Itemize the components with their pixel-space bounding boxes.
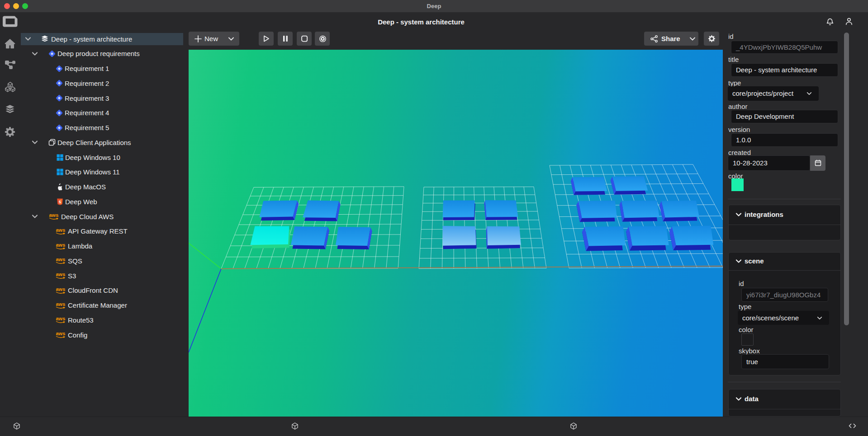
- svg-text:aws: aws: [56, 257, 66, 262]
- svg-text:aws: aws: [56, 286, 66, 292]
- svg-text:aws: aws: [56, 272, 66, 277]
- svg-text:5: 5: [59, 199, 61, 204]
- svg-text:aws: aws: [56, 316, 66, 321]
- svg-text:aws: aws: [49, 212, 59, 218]
- svg-text:aws: aws: [56, 242, 66, 248]
- svg-text:aws: aws: [56, 331, 66, 336]
- svg-text:aws: aws: [56, 227, 66, 233]
- svg-text:aws: aws: [56, 301, 66, 307]
